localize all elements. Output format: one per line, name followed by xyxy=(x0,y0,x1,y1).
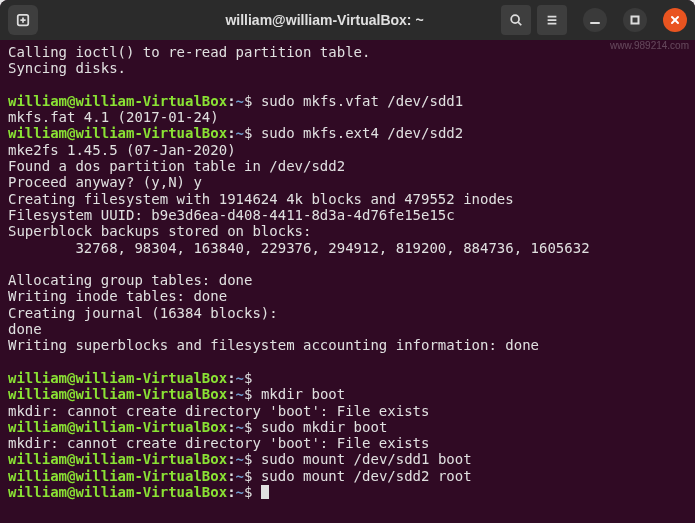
window-title: william@william-VirtualBox: ~ xyxy=(148,12,501,28)
prompt-user: william@william-VirtualBox xyxy=(8,93,227,109)
menu-button[interactable] xyxy=(537,5,567,35)
command-text: sudo mkdir boot xyxy=(261,419,387,435)
prompt-path: ~ xyxy=(236,386,244,402)
prompt-colon: : xyxy=(227,93,235,109)
terminal-line: mkdir: cannot create directory 'boot': F… xyxy=(8,435,687,451)
terminal-line: Found a dos partition table in /dev/sdd2 xyxy=(8,158,687,174)
svg-rect-9 xyxy=(632,17,639,24)
terminal-line xyxy=(8,354,687,370)
new-tab-button[interactable] xyxy=(8,5,38,35)
titlebar-left xyxy=(8,5,148,35)
terminal-line: Allocating group tables: done xyxy=(8,272,687,288)
search-button[interactable] xyxy=(501,5,531,35)
terminal-line: william@william-VirtualBox:~$ sudo mount… xyxy=(8,451,687,467)
close-button[interactable] xyxy=(663,8,687,32)
terminal-line xyxy=(8,256,687,272)
prompt-symbol: $ xyxy=(244,370,261,386)
command-text: mkdir boot xyxy=(261,386,345,402)
prompt-symbol: $ xyxy=(244,451,261,467)
terminal-line: Proceed anyway? (y,N) y xyxy=(8,174,687,190)
prompt-user: william@william-VirtualBox xyxy=(8,484,227,500)
minimize-button[interactable] xyxy=(583,8,607,32)
terminal-line: mkdir: cannot create directory 'boot': F… xyxy=(8,403,687,419)
command-text: sudo mount /dev/sdd2 root xyxy=(261,468,472,484)
prompt-path: ~ xyxy=(236,93,244,109)
prompt-path: ~ xyxy=(236,484,244,500)
terminal-cursor xyxy=(261,485,269,499)
prompt-colon: : xyxy=(227,451,235,467)
terminal-line: william@william-VirtualBox:~$ sudo mount… xyxy=(8,468,687,484)
terminal-line xyxy=(8,77,687,93)
prompt-symbol: $ xyxy=(244,468,261,484)
prompt-path: ~ xyxy=(236,125,244,141)
prompt-symbol: $ xyxy=(244,93,261,109)
terminal-output[interactable]: Calling ioctl() to re-read partition tab… xyxy=(0,40,695,523)
terminal-line: william@william-VirtualBox:~$ mkdir boot xyxy=(8,386,687,402)
prompt-symbol: $ xyxy=(244,484,261,500)
terminal-line: Creating filesystem with 1914624 4k bloc… xyxy=(8,191,687,207)
prompt-path: ~ xyxy=(236,419,244,435)
prompt-colon: : xyxy=(227,386,235,402)
terminal-line: Calling ioctl() to re-read partition tab… xyxy=(8,44,687,60)
prompt-path: ~ xyxy=(236,451,244,467)
prompt-user: william@william-VirtualBox xyxy=(8,370,227,386)
terminal-line: 32768, 98304, 163840, 229376, 294912, 81… xyxy=(8,240,687,256)
terminal-line: william@william-VirtualBox:~$ xyxy=(8,370,687,386)
maximize-button[interactable] xyxy=(623,8,647,32)
terminal-line: mke2fs 1.45.5 (07-Jan-2020) xyxy=(8,142,687,158)
terminal-line: Syncing disks. xyxy=(8,60,687,76)
terminal-line: Filesystem UUID: b9e3d6ea-d408-4411-8d3a… xyxy=(8,207,687,223)
command-text: sudo mkfs.vfat /dev/sdd1 xyxy=(261,93,463,109)
terminal-line: william@william-VirtualBox:~$ sudo mkfs.… xyxy=(8,93,687,109)
terminal-line: Superblock backups stored on blocks: xyxy=(8,223,687,239)
prompt-user: william@william-VirtualBox xyxy=(8,451,227,467)
terminal-line: Writing inode tables: done xyxy=(8,288,687,304)
terminal-window: william@william-VirtualBox: ~ Calling io… xyxy=(0,0,695,523)
terminal-line: Creating journal (16384 blocks): xyxy=(8,305,687,321)
prompt-path: ~ xyxy=(236,468,244,484)
prompt-colon: : xyxy=(227,484,235,500)
titlebar-right xyxy=(501,5,687,35)
prompt-user: william@william-VirtualBox xyxy=(8,386,227,402)
prompt-user: william@william-VirtualBox xyxy=(8,125,227,141)
prompt-user: william@william-VirtualBox xyxy=(8,468,227,484)
prompt-colon: : xyxy=(227,468,235,484)
terminal-line: Writing superblocks and filesystem accou… xyxy=(8,337,687,353)
titlebar: william@william-VirtualBox: ~ xyxy=(0,0,695,40)
svg-line-4 xyxy=(518,22,521,25)
prompt-symbol: $ xyxy=(244,125,261,141)
prompt-colon: : xyxy=(227,419,235,435)
prompt-symbol: $ xyxy=(244,386,261,402)
prompt-path: ~ xyxy=(236,370,244,386)
terminal-line: william@william-VirtualBox:~$ xyxy=(8,484,687,500)
prompt-colon: : xyxy=(227,370,235,386)
svg-point-3 xyxy=(511,15,519,23)
command-text: sudo mount /dev/sdd1 boot xyxy=(261,451,472,467)
terminal-line: william@william-VirtualBox:~$ sudo mkfs.… xyxy=(8,125,687,141)
prompt-symbol: $ xyxy=(244,419,261,435)
prompt-colon: : xyxy=(227,125,235,141)
terminal-line: mkfs.fat 4.1 (2017-01-24) xyxy=(8,109,687,125)
terminal-line: done xyxy=(8,321,687,337)
command-text: sudo mkfs.ext4 /dev/sdd2 xyxy=(261,125,463,141)
terminal-line: william@william-VirtualBox:~$ sudo mkdir… xyxy=(8,419,687,435)
prompt-user: william@william-VirtualBox xyxy=(8,419,227,435)
